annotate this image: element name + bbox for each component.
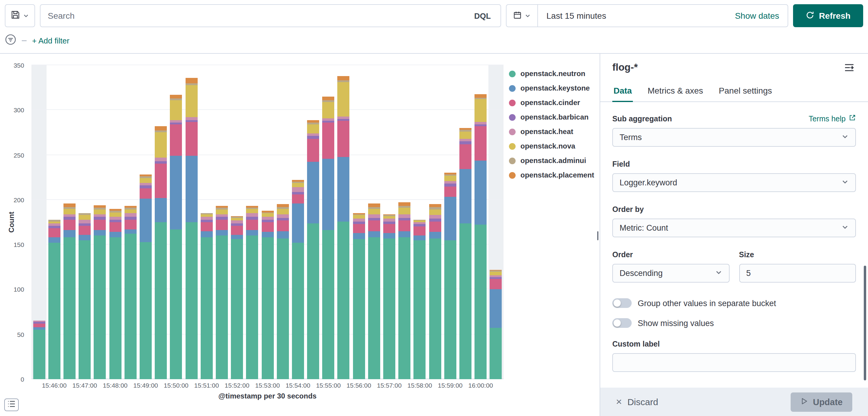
bar-segment[interactable]: [490, 271, 502, 271]
bar-segment[interactable]: [109, 219, 121, 222]
legend-item[interactable]: openstack.neutron: [509, 66, 594, 81]
bar-segment[interactable]: [277, 239, 289, 379]
bar-segment[interactable]: [383, 239, 395, 379]
bar-segment[interactable]: [398, 203, 410, 206]
bar-segment[interactable]: [322, 118, 335, 121]
bar-segment[interactable]: [246, 208, 258, 209]
bar-segment[interactable]: [125, 213, 136, 217]
bar-segment[interactable]: [170, 120, 182, 123]
bar-segment[interactable]: [398, 208, 410, 214]
legend-item[interactable]: openstack.placement: [509, 168, 594, 182]
bar-segment[interactable]: [63, 238, 75, 379]
bar-segment[interactable]: [383, 214, 395, 215]
bar-segment[interactable]: [353, 214, 365, 215]
bar-segment[interactable]: [459, 169, 471, 223]
bar-segment[interactable]: [94, 209, 106, 214]
bar-segment[interactable]: [398, 231, 410, 238]
bar-segment[interactable]: [490, 328, 502, 379]
bar-segment[interactable]: [292, 243, 304, 379]
bar-segment[interactable]: [368, 218, 380, 220]
bar-segment[interactable]: [261, 222, 274, 232]
bar-segment[interactable]: [429, 221, 441, 232]
bar-segment[interactable]: [444, 186, 456, 197]
bar-segment[interactable]: [277, 220, 289, 231]
query-language-button[interactable]: DQL: [465, 5, 500, 27]
bar-segment[interactable]: [231, 226, 243, 235]
bar-segment[interactable]: [307, 120, 319, 123]
bar-segment[interactable]: [490, 271, 502, 275]
bar-segment[interactable]: [216, 208, 228, 209]
bar-segment[interactable]: [383, 221, 395, 224]
bar-segment[interactable]: [353, 213, 365, 214]
bar-segment[interactable]: [322, 97, 335, 100]
bar-segment[interactable]: [170, 98, 182, 100]
bar-segment[interactable]: [63, 217, 75, 219]
bar-segment[interactable]: [246, 236, 258, 379]
bar-segment[interactable]: [322, 100, 335, 102]
bar-segment[interactable]: [109, 212, 121, 217]
bar-segment[interactable]: [125, 230, 136, 234]
bar-segment[interactable]: [63, 209, 75, 214]
bar-segment[interactable]: [474, 160, 487, 225]
bar-segment[interactable]: [170, 156, 182, 230]
bar-segment[interactable]: [292, 192, 304, 195]
bar-segment[interactable]: [490, 275, 502, 277]
bar-segment[interactable]: [459, 128, 471, 130]
bar-segment[interactable]: [185, 85, 197, 117]
bar-segment[interactable]: [398, 220, 410, 231]
bar-segment[interactable]: [63, 230, 75, 238]
bar-segment[interactable]: [444, 173, 456, 175]
show-dates-button[interactable]: Show dates: [735, 11, 787, 21]
tab-panel-settings[interactable]: Panel settings: [717, 83, 773, 101]
bar-segment[interactable]: [414, 224, 426, 227]
refresh-button[interactable]: Refresh: [793, 4, 863, 27]
bar-segment[interactable]: [63, 207, 75, 209]
bar-segment[interactable]: [383, 224, 395, 233]
toggle-switch[interactable]: [612, 298, 632, 308]
bar-segment[interactable]: [444, 176, 456, 181]
bar-segment[interactable]: [353, 239, 365, 379]
bar-segment[interactable]: [383, 233, 395, 239]
bar-segment[interactable]: [368, 207, 380, 209]
bar-segment[interactable]: [368, 238, 380, 379]
bar-segment[interactable]: [94, 214, 106, 217]
bar-segment[interactable]: [170, 125, 182, 156]
bar-segment[interactable]: [322, 159, 335, 230]
bar-segment[interactable]: [292, 182, 304, 183]
bar-segment[interactable]: [63, 219, 75, 230]
bar-segment[interactable]: [292, 180, 304, 182]
bar-segment[interactable]: [79, 235, 91, 240]
bar-segment[interactable]: [185, 120, 197, 122]
bar-segment[interactable]: [109, 209, 121, 210]
bar-segment[interactable]: [307, 136, 319, 139]
bar-segment[interactable]: [368, 214, 380, 218]
field-select[interactable]: Logger.keyword: [612, 173, 856, 192]
bar-segment[interactable]: [307, 139, 319, 162]
bar-segment[interactable]: [185, 156, 197, 222]
bar-segment[interactable]: [338, 76, 350, 80]
bar-segment[interactable]: [353, 218, 365, 221]
bar-segment[interactable]: [414, 227, 426, 236]
bar-segment[interactable]: [33, 330, 45, 379]
bar-segment[interactable]: [170, 230, 182, 379]
bar-segment[interactable]: [200, 217, 213, 219]
bar-segment[interactable]: [155, 161, 167, 164]
bar-segment[interactable]: [292, 204, 304, 243]
bar-segment[interactable]: [216, 214, 228, 217]
bar-segment[interactable]: [474, 122, 487, 125]
bar-segment[interactable]: [185, 117, 197, 120]
bar-segment[interactable]: [155, 198, 167, 222]
size-input[interactable]: [739, 264, 856, 283]
bar-segment[interactable]: [459, 223, 471, 379]
bar-segment[interactable]: [338, 116, 350, 119]
tab-metrics-axes[interactable]: Metrics & axes: [647, 83, 705, 101]
sub-aggregation-select[interactable]: Terms: [612, 128, 856, 147]
bar-segment[interactable]: [231, 216, 243, 217]
bar-segment[interactable]: [79, 223, 91, 226]
terms-help-link[interactable]: Terms help: [809, 114, 856, 123]
bar-segment[interactable]: [200, 231, 213, 238]
bar-segment[interactable]: [429, 204, 441, 207]
bar-segment[interactable]: [429, 207, 441, 210]
saved-query-menu-button[interactable]: [5, 4, 35, 27]
bar-segment[interactable]: [277, 207, 289, 209]
